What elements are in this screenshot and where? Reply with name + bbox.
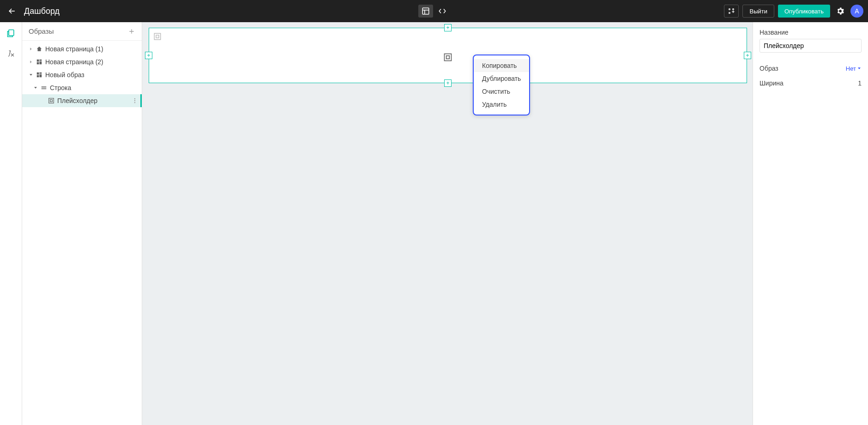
prop-width-label: Ширина [760,79,784,87]
prop-name-input[interactable] [760,39,862,53]
add-left-handle[interactable]: + [145,52,152,59]
tree-label: Новый образ [45,71,84,79]
prop-width-value: 1 [858,79,862,87]
exit-label: Выйти [749,8,767,15]
svg-point-3 [729,12,730,14]
context-menu-delete[interactable]: Удалить [474,98,529,111]
context-menu-duplicate[interactable]: Дублировать [474,72,529,85]
svg-rect-12 [37,75,39,78]
plugin-icon [728,7,735,15]
prop-template-value: Нет [846,65,856,72]
svg-rect-19 [156,35,159,38]
add-template-button[interactable] [128,28,135,35]
svg-point-16 [134,100,135,101]
view-mode-design[interactable] [418,5,433,18]
svg-rect-10 [40,73,42,74]
chevron-right-icon [27,47,35,51]
prop-template-label: Образ [760,65,778,72]
add-right-handle[interactable]: + [744,52,751,59]
svg-rect-11 [40,74,42,77]
context-menu-copy[interactable]: Копировать [474,59,529,72]
svg-point-2 [733,9,734,10]
tree-item-row[interactable]: Строка [22,81,142,94]
chevron-down-icon [857,66,862,71]
svg-point-1 [729,9,730,10]
code-icon [438,7,446,15]
svg-rect-4 [9,30,14,36]
rail-formula[interactable] [5,47,18,60]
publish-button[interactable]: Опубликовать [778,5,830,18]
context-menu: Копировать Дублировать Очистить Удалить [473,55,530,115]
svg-rect-5 [37,60,39,62]
add-top-handle[interactable]: + [444,24,452,31]
rail-pages[interactable] [5,27,18,40]
container-type-icon [153,32,162,41]
page-title: Дашборд [24,6,60,16]
tree-label: Новая страница (2) [45,58,103,66]
cm-duplicate-label: Дублировать [482,75,521,82]
user-avatar[interactable]: A [850,5,863,18]
cm-clear-label: Очистить [482,88,510,95]
tree-item-template[interactable]: Новый образ [22,68,142,81]
pages-icon [6,29,16,38]
outline-header: Образы [22,22,142,41]
prop-name-label: Название [760,29,862,36]
svg-point-17 [134,102,135,103]
home-icon [35,46,43,52]
cm-delete-label: Удалить [482,101,506,108]
exit-button[interactable]: Выйти [742,5,774,18]
tree-label: Строка [50,84,71,91]
context-menu-clear[interactable]: Очистить [474,85,529,98]
chevron-right-icon [27,60,35,64]
tree-item-placeholder[interactable]: Плейсхолдер [22,94,142,107]
plus-icon [128,28,135,35]
svg-rect-13 [49,98,54,103]
svg-rect-20 [445,54,452,61]
svg-rect-6 [40,60,42,61]
chevron-down-icon [27,73,35,77]
outline-tree: Новая страница (1) Новая страница (2) Но… [22,41,142,425]
tree-item-page-1[interactable]: Новая страница (1) [22,42,142,55]
placeholder-center-icon [443,53,452,62]
gear-icon [836,6,845,16]
tree-item-more[interactable] [132,97,138,104]
view-mode-code[interactable] [435,5,450,18]
svg-rect-21 [446,56,450,59]
dashboard-icon [35,59,43,65]
editor-canvas[interactable]: + + + + Копировать Дублировать Очистить … [142,22,753,425]
svg-rect-7 [40,61,42,64]
plugins-button[interactable] [724,5,739,18]
row-icon [40,85,48,91]
tree-label: Новая страница (1) [45,45,103,53]
settings-button[interactable] [834,5,847,18]
outline-title: Образы [29,27,54,35]
app-body: Образы Новая страница (1) Новая страница… [0,22,868,425]
svg-rect-14 [50,100,53,102]
outline-panel: Образы Новая страница (1) Новая страница… [22,22,142,425]
tree-label: Плейсхолдер [57,97,97,104]
app-header: Дашборд Выйти Опубликовать A [0,0,868,22]
svg-point-15 [134,98,135,99]
chevron-down-icon [31,85,40,90]
left-rail [0,22,22,425]
tree-item-page-2[interactable]: Новая страница (2) [22,55,142,68]
more-vert-icon [132,97,138,104]
arrow-left-icon [7,6,17,16]
properties-panel: Название Образ Нет Ширина 1 [753,22,868,425]
svg-rect-8 [37,62,39,65]
header-actions: Выйти Опубликовать A [724,5,863,18]
avatar-letter: A [855,7,859,15]
dashboard-icon [35,72,43,78]
svg-rect-9 [37,73,39,75]
svg-rect-0 [422,8,429,14]
prop-template-select[interactable]: Нет [846,65,862,72]
cm-copy-label: Копировать [482,62,517,69]
fx-icon [7,49,15,58]
add-bottom-handle[interactable]: + [444,79,452,87]
view-mode-toggle [418,5,450,18]
layout-icon [422,7,430,15]
svg-rect-18 [154,33,161,40]
prop-width-row: Ширина 1 [760,76,862,91]
prop-template-row: Образ Нет [760,61,862,76]
back-button[interactable] [5,4,19,18]
